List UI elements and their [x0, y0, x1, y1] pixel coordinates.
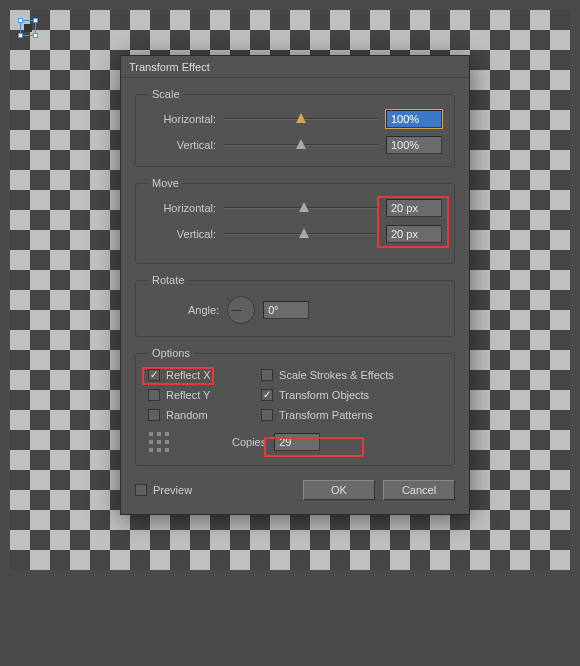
selected-object[interactable]: [20, 20, 36, 36]
resize-handle-bl[interactable]: [18, 33, 23, 38]
resize-handle-br[interactable]: [33, 33, 38, 38]
resize-handle-tl[interactable]: [18, 18, 23, 23]
move-horizontal-label: Horizontal:: [148, 202, 216, 214]
preview-label: Preview: [153, 484, 192, 496]
transform-objects-checkbox[interactable]: ✓ Transform Objects: [261, 389, 442, 401]
rotate-group: Rotate Angle: 0°: [135, 274, 455, 337]
random-checkbox[interactable]: Random: [148, 409, 261, 421]
scale-vertical-label: Vertical:: [148, 139, 216, 151]
reflect-y-label: Reflect Y: [166, 389, 210, 401]
options-group: Options ✓ Reflect X Scale Strokes & Effe…: [135, 347, 455, 466]
transform-effect-dialog: Transform Effect Scale Horizontal: 100% …: [120, 55, 470, 515]
random-label: Random: [166, 409, 208, 421]
ok-button[interactable]: OK: [303, 480, 375, 500]
checkbox-icon: [148, 409, 160, 421]
cancel-button[interactable]: Cancel: [383, 480, 455, 500]
checkbox-icon: ✓: [148, 369, 160, 381]
scale-strokes-label: Scale Strokes & Effects: [279, 369, 394, 381]
reflect-x-label: Reflect X: [166, 369, 211, 381]
scale-strokes-checkbox[interactable]: Scale Strokes & Effects: [261, 369, 442, 381]
rotate-angle-input[interactable]: 0°: [263, 301, 309, 319]
scale-horizontal-slider[interactable]: [224, 112, 378, 126]
checkbox-icon: [261, 409, 273, 421]
dialog-titlebar[interactable]: Transform Effect: [121, 56, 469, 78]
move-vertical-label: Vertical:: [148, 228, 216, 240]
scale-vertical-slider[interactable]: [224, 138, 378, 152]
scale-horizontal-input[interactable]: 100%: [386, 110, 442, 128]
scale-group: Scale Horizontal: 100% Vertical: 100%: [135, 88, 455, 167]
dialog-title: Transform Effect: [129, 61, 210, 73]
scale-legend: Scale: [148, 88, 184, 100]
dialog-content: Scale Horizontal: 100% Vertical: 100% Mo…: [121, 78, 469, 514]
move-group: Move Horizontal: 20 px Vertical: 20 px: [135, 177, 455, 264]
transform-objects-label: Transform Objects: [279, 389, 369, 401]
checkbox-icon: ✓: [261, 389, 273, 401]
reflect-y-checkbox[interactable]: Reflect Y: [148, 389, 261, 401]
registration-point-icon[interactable]: [148, 431, 170, 453]
rotate-legend: Rotate: [148, 274, 188, 286]
checkbox-icon: [261, 369, 273, 381]
move-legend: Move: [148, 177, 183, 189]
move-horizontal-slider[interactable]: [224, 201, 378, 215]
copies-label: Copies: [232, 436, 266, 448]
move-horizontal-input[interactable]: 20 px: [386, 199, 442, 217]
transform-patterns-checkbox[interactable]: Transform Patterns: [261, 409, 442, 421]
angle-dial[interactable]: [227, 296, 255, 324]
transform-patterns-label: Transform Patterns: [279, 409, 373, 421]
move-vertical-input[interactable]: 20 px: [386, 225, 442, 243]
options-legend: Options: [148, 347, 194, 359]
preview-checkbox[interactable]: Preview: [135, 484, 192, 496]
scale-vertical-input[interactable]: 100%: [386, 136, 442, 154]
copies-input[interactable]: 29: [274, 433, 320, 451]
resize-handle-tr[interactable]: [33, 18, 38, 23]
scale-horizontal-label: Horizontal:: [148, 113, 216, 125]
move-vertical-slider[interactable]: [224, 227, 378, 241]
reflect-x-checkbox[interactable]: ✓ Reflect X: [148, 369, 261, 381]
dialog-buttons: Preview OK Cancel: [135, 476, 455, 500]
rotate-angle-label: Angle:: [188, 304, 219, 316]
checkbox-icon: [135, 484, 147, 496]
checkbox-icon: [148, 389, 160, 401]
